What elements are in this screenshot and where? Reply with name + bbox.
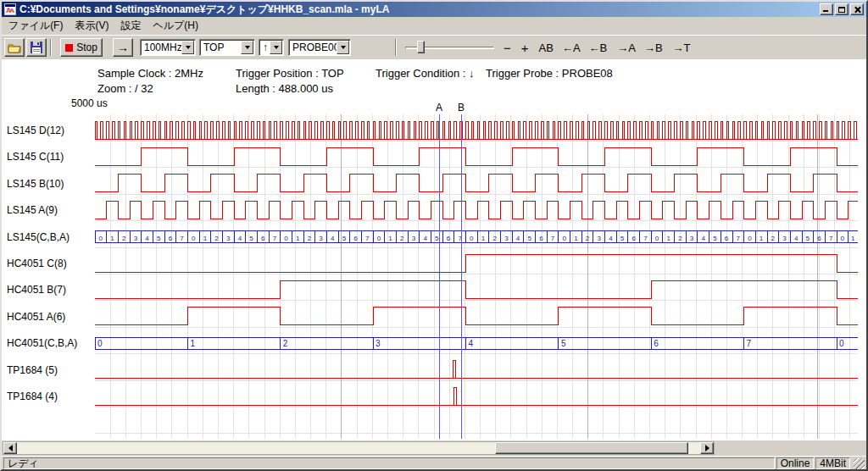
status-online: Online <box>776 457 815 469</box>
menu-item-help[interactable]: ヘルプ(H) <box>147 16 204 36</box>
bus-value: 5 <box>157 235 161 242</box>
scrollbar-thumb[interactable] <box>495 442 688 454</box>
bus-value: 7 <box>458 235 462 242</box>
trigger-position-select[interactable]: TOP <box>199 39 255 56</box>
move-a-left-button[interactable]: ←A <box>559 40 583 56</box>
channel-row-0: LS145 D(12) <box>7 121 858 139</box>
bus-value: 2 <box>283 339 288 348</box>
resize-grip[interactable] <box>854 458 865 469</box>
channel-label: TP1684 (5) <box>7 364 58 376</box>
trigger-edge-select[interactable]: ↑ <box>259 39 284 56</box>
bus-value: 2 <box>308 235 312 242</box>
horizontal-scrollbar[interactable] <box>3 441 715 455</box>
trigger-probe-value: PROBE00 <box>292 42 339 53</box>
app-icon[interactable] <box>4 3 16 15</box>
stop-button[interactable]: Stop <box>60 38 103 57</box>
zoom-out-button[interactable]: − <box>501 39 514 57</box>
open-button[interactable] <box>4 38 25 57</box>
move-a-right-button[interactable]: →A <box>615 40 638 56</box>
bus-value: 1 <box>851 235 855 242</box>
toolbar-separator <box>50 39 52 56</box>
channel-row-1: LS145 C(11) <box>7 147 858 165</box>
bus-value: 0 <box>470 235 474 242</box>
bus-value: 3 <box>226 235 231 242</box>
bus-trace <box>95 231 858 243</box>
channel-row-10: TP1684 (4) <box>7 387 858 405</box>
bus-value: 2 <box>492 235 497 242</box>
menu-item-settings[interactable]: 設定 <box>114 16 147 36</box>
zoom-slider-thumb[interactable] <box>417 41 425 53</box>
dropdown-arrow-icon[interactable] <box>270 41 282 54</box>
length-text: Length : 488.000 us <box>236 82 333 95</box>
channel-label: LS145(C,B,A) <box>7 231 70 243</box>
stop-label: Stop <box>76 42 97 53</box>
channel-label: LS145 B(10) <box>7 178 64 190</box>
bus-value: 6 <box>169 235 173 242</box>
bus-value: 1 <box>388 235 392 242</box>
channel-label: LS145 C(11) <box>7 151 64 163</box>
bus-value: 7 <box>747 339 752 348</box>
bus-value: 7 <box>365 235 370 242</box>
run-button[interactable]: → <box>113 38 133 57</box>
dropdown-arrow-icon[interactable] <box>337 41 349 54</box>
window-title: C:¥Documents and Settings¥noname¥デスクトップ¥… <box>16 3 820 17</box>
move-b-left-button[interactable]: ←B <box>587 40 610 56</box>
bus-value: 7 <box>273 235 277 242</box>
bus-value: 5 <box>527 235 531 242</box>
channel-row-9: TP1684 (5) <box>7 361 858 379</box>
bus-value: 2 <box>122 235 126 242</box>
trigger-probe-select[interactable]: PROBE00 <box>288 39 351 56</box>
bus-value: 7 <box>180 235 184 242</box>
waveform-trace <box>95 147 858 165</box>
maximize-button[interactable] <box>835 3 849 15</box>
trigger-edge-value: ↑ <box>263 42 268 53</box>
bus-value: 3 <box>412 235 416 242</box>
close-button[interactable] <box>850 3 864 15</box>
sample-clock-text: Sample Clock : 2MHz <box>97 67 203 80</box>
channel-label: HC4051 C(8) <box>7 258 67 269</box>
save-button[interactable] <box>26 38 47 57</box>
trigger-condition-text: Trigger Condition : ↓ <box>376 67 475 80</box>
status-bar: レディ Online 4MBit <box>2 456 866 469</box>
bus-value: 0 <box>839 339 844 348</box>
scroll-left-icon <box>5 445 13 452</box>
app-window: C:¥Documents and Settings¥noname¥デスクトップ¥… <box>0 0 868 471</box>
scroll-right-button[interactable] <box>700 442 714 454</box>
bus-value: 0 <box>655 235 659 242</box>
bus-value: 3 <box>319 235 323 242</box>
bus-value: 4 <box>794 235 798 242</box>
bus-value: 7 <box>643 235 648 242</box>
menu-item-view[interactable]: 表示(V) <box>69 16 114 36</box>
move-b-right-button[interactable]: →B <box>642 40 665 56</box>
bus-value: 3 <box>504 235 509 242</box>
channel-label: LS145 D(12) <box>7 125 64 136</box>
ab-button[interactable]: AB <box>537 40 556 56</box>
bus-value: 4 <box>516 235 520 242</box>
bus-value: 1 <box>574 235 578 242</box>
bus-value: 6 <box>632 235 636 242</box>
dropdown-arrow-icon[interactable] <box>181 41 194 54</box>
waveform-area[interactable]: LS145 D(12)LS145 C(11)LS145 B(10)LS145 A… <box>2 102 866 441</box>
bus-value: 6 <box>261 235 265 242</box>
goto-trigger-button[interactable]: →T <box>670 40 693 56</box>
minimize-button[interactable] <box>820 3 833 15</box>
bus-value: 2 <box>678 235 682 242</box>
maximize-icon <box>838 7 845 13</box>
channel-row-7: HC4051 A(6) <box>7 308 858 325</box>
scroll-left-button[interactable] <box>3 442 17 454</box>
zoom-slider[interactable] <box>405 40 494 55</box>
bus-value: 4 <box>145 235 149 242</box>
menu-item-file[interactable]: ファイル(F) <box>3 16 69 36</box>
bus-value: 0 <box>97 339 103 348</box>
waveform-trace <box>95 361 858 379</box>
bus-value: 3 <box>597 235 601 242</box>
dropdown-arrow-icon[interactable] <box>241 41 253 54</box>
bus-value: 4 <box>609 235 613 242</box>
bus-value: 1 <box>760 235 764 242</box>
sample-rate-select[interactable]: 100MHz <box>140 39 196 56</box>
channel-row-3: LS145 A(9) <box>7 201 858 219</box>
zoom-in-button[interactable]: + <box>519 39 531 57</box>
bus-trace <box>95 337 858 349</box>
bus-value: 6 <box>353 235 358 242</box>
bus-value: 4 <box>331 235 335 242</box>
